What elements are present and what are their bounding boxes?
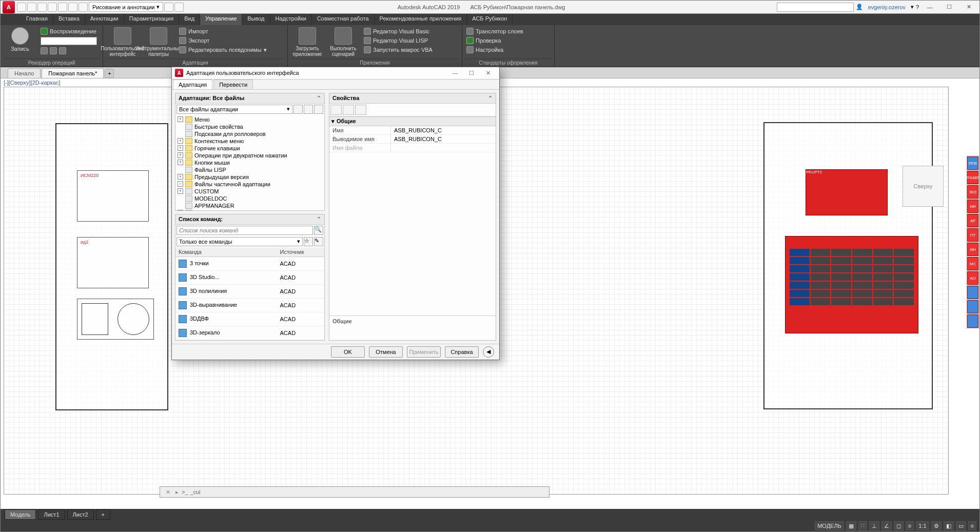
prop-value[interactable]: ASB_RUBICON_C (391, 135, 496, 143)
ribbon-tab[interactable]: Надстройки (270, 14, 312, 25)
ribbon-tab[interactable]: Вид (179, 14, 200, 25)
palette-button[interactable]: ППК (967, 156, 978, 170)
status-clean-icon[interactable]: ▭ (956, 521, 966, 531)
ribbon-tab[interactable]: Вставка (53, 14, 85, 25)
palette-button[interactable]: АР (967, 214, 978, 227)
ribbon-tab[interactable]: АСБ Рубикон (467, 14, 513, 25)
toolpalettes-button[interactable]: Инструментальные палитры (142, 27, 175, 57)
expand-icon[interactable]: + (178, 160, 183, 165)
tree-node[interactable]: Горячие клавиши (194, 145, 240, 151)
status-lw-icon[interactable]: ≡ (906, 521, 914, 530)
vlisp-button[interactable]: Редактор Visual LISP (363, 36, 434, 45)
tree-node[interactable]: Файлы частичной адаптации (194, 181, 270, 187)
record-button[interactable]: Запись (4, 27, 36, 52)
cui-button[interactable]: Пользовательский интерфейс (106, 27, 139, 57)
expand-icon[interactable]: + (178, 145, 183, 151)
tree-node[interactable]: FEATUREDAPPS (194, 210, 240, 210)
add-tab-button[interactable]: + (105, 69, 114, 78)
rec-opt2-icon[interactable] (50, 47, 57, 54)
collapse-icon[interactable]: − (178, 181, 183, 187)
col-source[interactable]: Источник (277, 247, 324, 257)
rec-opt-icon[interactable] (41, 47, 48, 54)
dialog-minimize-button[interactable]: — (447, 70, 463, 76)
user-name[interactable]: evgeniy.ozerov (865, 3, 909, 11)
layout-tab[interactable]: Лист1 (38, 509, 65, 520)
vbaide-button[interactable]: Редактор Visual Basic (363, 27, 434, 35)
cancel-button[interactable]: Отмена (369, 346, 403, 358)
app-logo[interactable]: A (3, 1, 15, 13)
customization-tree[interactable]: +Меню Быстрые свойства Подсказки для рол… (175, 115, 324, 210)
tree-node[interactable]: Предыдущая версия (194, 174, 249, 180)
prop-alphabetic-icon[interactable] (343, 105, 354, 115)
configure-button[interactable]: Настройка (465, 46, 524, 54)
expand-icon[interactable]: + (178, 152, 183, 158)
expand-icon[interactable]: + (178, 116, 183, 122)
viewport-label[interactable]: [-][Сверху][2D-каркас] (4, 80, 60, 86)
status-snap-icon[interactable]: ∷ (858, 521, 867, 531)
dialog-close-button[interactable]: ✕ (480, 70, 496, 76)
palette-button[interactable]: АО (967, 271, 978, 285)
status-ortho-icon[interactable]: ⊥ (869, 521, 879, 531)
view-cube[interactable]: Сверху (903, 166, 944, 207)
palette-button[interactable]: RS485 (967, 171, 978, 184)
doc-tab-start[interactable]: Начало (8, 68, 41, 78)
save-file-icon[interactable] (304, 105, 313, 114)
doc-tab-file[interactable]: Пожарная панель* (42, 68, 104, 78)
import-button[interactable]: Импорт (178, 27, 268, 35)
ribbon-tab[interactable]: Аннотации (85, 14, 124, 25)
tree-node[interactable]: Подсказки для ролловеров (194, 131, 266, 137)
ribbon-tab[interactable]: Рекомендованные приложения (375, 14, 467, 25)
tree-node[interactable]: MODELDOC (194, 195, 227, 202)
command-row[interactable]: 3D-зеркалоACAD (175, 326, 324, 340)
command-search-input[interactable] (177, 226, 313, 235)
find-command-icon[interactable]: ✎ (314, 237, 323, 246)
cmdline-opts-icon[interactable]: ▸ (172, 489, 182, 496)
status-iso-icon[interactable]: ◧ (944, 521, 954, 531)
tree-node[interactable]: Файлы LISP (194, 167, 226, 173)
signin-icon[interactable]: 👤 (856, 4, 863, 10)
prop-panel-icon[interactable] (355, 105, 366, 115)
runscript-button[interactable]: Выполнить сценарий (327, 27, 360, 57)
dialog-maximize-button[interactable]: ☐ (463, 70, 480, 76)
prop-categorized-icon[interactable] (330, 105, 342, 115)
palette-button[interactable]: ИИ (967, 200, 978, 213)
layout-tab[interactable]: Лист2 (67, 509, 94, 520)
expand-icon[interactable]: + (178, 138, 183, 144)
qat-share-icon[interactable] (164, 3, 173, 12)
recorder-name-input[interactable] (41, 37, 97, 45)
cmdline-close-icon[interactable]: ✕ (163, 489, 172, 496)
files-dropdown[interactable]: Все файлы адаптации▾ (177, 105, 292, 114)
apply-file-icon[interactable] (314, 105, 323, 114)
aliases-button[interactable]: Редактировать псевдонимы ▾ (178, 46, 268, 54)
status-osnap-icon[interactable]: ◻ (894, 521, 904, 531)
check-button[interactable]: Проверка (465, 36, 524, 45)
play-button[interactable]: Воспроизведение (40, 27, 98, 35)
qat-save-icon[interactable] (37, 3, 47, 12)
chevron-down-icon[interactable]: ▾ (331, 118, 335, 125)
ribbon-tab[interactable]: Главная (21, 14, 53, 25)
loadapp-button[interactable]: Загрузить приложение (291, 27, 324, 57)
command-row[interactable]: 3 точкиACAD (175, 257, 324, 270)
minimize-button[interactable]: — (921, 2, 938, 13)
tree-node[interactable]: Операции при двукратном нажатии (194, 152, 287, 159)
qat-saveas-icon[interactable] (48, 3, 57, 12)
qat-more-icon[interactable] (174, 3, 184, 12)
collapse-icon[interactable]: ⌃ (317, 95, 321, 102)
qat-open-icon[interactable] (27, 3, 36, 12)
add-layout-button[interactable]: + (96, 509, 110, 520)
palette-button[interactable]: МС (967, 257, 978, 270)
status-gear-icon[interactable]: ⚙ (931, 521, 942, 531)
export-button[interactable]: Экспорт (178, 36, 268, 45)
tree-node[interactable]: Меню (194, 116, 210, 123)
social-icon[interactable]: ▾ (911, 4, 914, 10)
collapse-icon[interactable]: ⌃ (317, 216, 321, 223)
expand-icon[interactable]: + (178, 174, 183, 180)
tree-node[interactable]: CUSTOM (194, 188, 219, 194)
palette-button[interactable]: ЗКЗ (967, 185, 978, 199)
qat-redo-icon[interactable] (79, 3, 88, 12)
rec-opt3-icon[interactable] (59, 47, 66, 54)
open-file-icon[interactable] (293, 105, 303, 114)
collapse-icon[interactable]: ⌃ (488, 95, 493, 102)
palette-button[interactable] (967, 300, 978, 313)
command-line[interactable]: ✕ ▸ >_ _cui (160, 486, 550, 498)
